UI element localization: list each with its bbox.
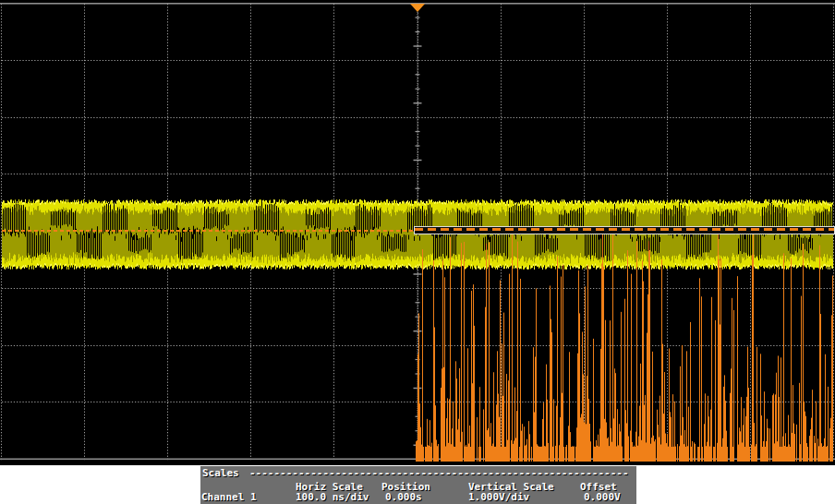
trigger-position-marker-icon[interactable] <box>410 4 425 12</box>
horiz-scale-value: 100.0 ns/div <box>296 491 369 503</box>
trigger-level-line[interactable] <box>2 230 414 232</box>
marker-bar-dash <box>415 228 834 231</box>
scales-panel: Scales ---------------------------------… <box>200 466 636 504</box>
vertical-scale-value: 1.000V/div <box>468 491 529 503</box>
offset-value: 0.000V <box>584 491 621 503</box>
position-value: 0.000s <box>385 491 422 503</box>
scales-title: Scales <box>202 467 239 479</box>
channel-name: Channel 1 <box>201 491 257 503</box>
scales-divider: ----------------------------------------… <box>249 467 629 479</box>
horizontal-marker-bar[interactable] <box>414 226 835 234</box>
oscilloscope-screen: Scales ---------------------------------… <box>0 0 835 504</box>
